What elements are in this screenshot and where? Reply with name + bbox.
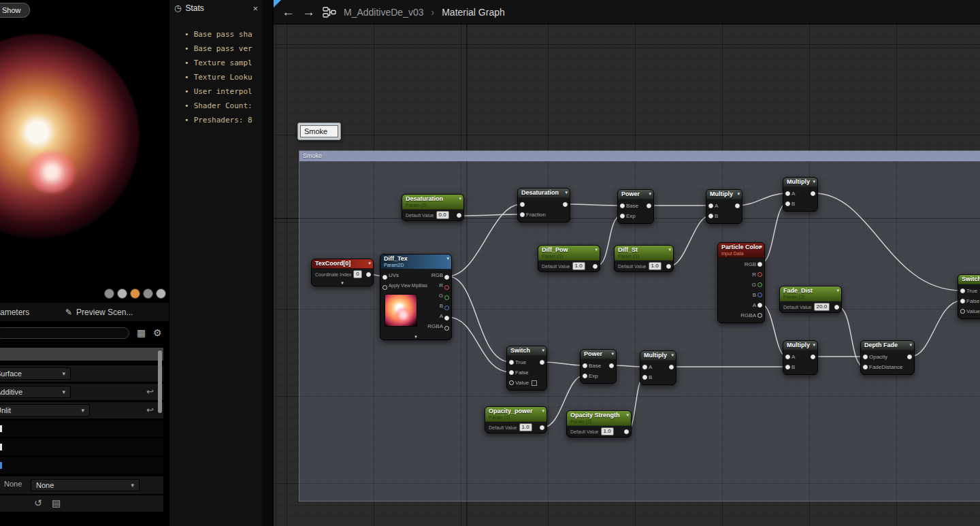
back-button[interactable]: ← <box>282 5 295 18</box>
node-header[interactable]: Multiply ▾ <box>640 351 676 361</box>
chevron-down-icon[interactable]: ▾ <box>671 352 674 358</box>
node-header[interactable]: Particle Color Input Data ▾ <box>718 243 764 258</box>
output-pin-a[interactable] <box>444 316 449 320</box>
node-header[interactable]: Opacity Strength Param (1) ▾ <box>567 411 631 426</box>
input-pin-a[interactable] <box>708 203 713 208</box>
node-header[interactable]: Desaturation Param (0) ▾ <box>402 195 463 210</box>
input-pin-fadedistance[interactable] <box>863 365 868 369</box>
wire[interactable] <box>459 214 521 216</box>
chevron-down-icon[interactable]: ▾ <box>626 412 629 418</box>
output-pin[interactable] <box>563 202 568 207</box>
value-field[interactable]: 1.0 <box>601 427 614 435</box>
input-pin-exp[interactable] <box>583 374 587 378</box>
viewport-icon-5[interactable] <box>156 289 166 299</box>
chevron-down-icon[interactable]: ▾ <box>542 348 544 353</box>
node-multiply-1[interactable]: Multiply ▾ A B <box>706 189 742 224</box>
input-pin-fraction[interactable] <box>520 212 525 217</box>
input-pin-value[interactable] <box>509 380 514 385</box>
wire[interactable] <box>670 216 710 266</box>
node-power-2[interactable]: Power ▾ Base Exp <box>580 349 617 384</box>
checkbox-sliver[interactable] <box>0 462 2 469</box>
asset-dropdown[interactable]: None ▾ <box>31 479 140 491</box>
preview-viewport[interactable]: Show <box>0 0 169 303</box>
reset-to-default-button[interactable]: ↩ <box>146 405 154 415</box>
output-pin-b[interactable] <box>757 293 762 297</box>
output-pin[interactable] <box>811 191 815 196</box>
node-texcoord[interactable]: TexCoord[0] ▾ Coordinate Index 0 ▾ <box>311 259 374 286</box>
input-pin-base[interactable] <box>620 203 625 208</box>
input-pin-false[interactable] <box>960 299 965 303</box>
output-pin-r[interactable] <box>444 285 449 290</box>
node-header[interactable]: Depth Fade ▾ <box>861 341 914 350</box>
output-pin-rgb[interactable] <box>757 262 762 267</box>
tab-parameters[interactable]: ameters <box>0 308 65 317</box>
node-fade-dist[interactable]: Fade_Dist Param (2) ▾ Default Value 20.0 <box>779 286 842 313</box>
value-checkbox[interactable] <box>532 380 537 386</box>
output-pin[interactable] <box>366 272 371 277</box>
chevron-down-icon[interactable]: ▾ <box>611 351 614 357</box>
output-pin[interactable] <box>735 203 740 208</box>
tab-preview-scene[interactable]: ✎ Preview Scen... <box>65 308 133 317</box>
viewport-icon-3[interactable] <box>130 289 140 299</box>
close-icon[interactable]: × <box>252 3 258 14</box>
node-opacity-strength[interactable]: Opacity Strength Param (1) ▾ Default Val… <box>566 410 632 438</box>
grid-view-icon[interactable]: ▦ <box>137 327 146 338</box>
browse-asset-icon[interactable]: ▤ <box>52 497 61 508</box>
node-header[interactable]: Diff_St Param (1) ▾ <box>615 246 673 261</box>
node-particle-color[interactable]: Particle Color Input Data ▾ RGB R G B A … <box>717 242 765 323</box>
output-pin[interactable] <box>834 305 839 310</box>
output-pin-r[interactable] <box>757 272 762 277</box>
output-pin[interactable] <box>907 355 912 359</box>
input-pin-base[interactable] <box>583 363 587 368</box>
chevron-down-icon[interactable]: ▾ <box>446 256 449 261</box>
node-diff-st[interactable]: Diff_St Param (1) ▾ Default Value 1.0 <box>614 245 674 272</box>
node-header[interactable]: Multiply ▾ <box>783 178 817 187</box>
input-pin-uvs[interactable] <box>382 275 387 280</box>
input-pin[interactable] <box>520 202 525 207</box>
checkbox-sliver[interactable] <box>0 444 2 450</box>
input-pin-true[interactable] <box>960 289 965 293</box>
output-pin[interactable] <box>540 425 544 430</box>
viewport-icon-4[interactable] <box>143 289 153 299</box>
input-pin-b[interactable] <box>785 201 790 206</box>
node-multiply-2[interactable]: Multiply ▾ A B <box>783 177 818 212</box>
chevron-down-icon[interactable]: ▾ <box>909 342 912 348</box>
output-pin[interactable] <box>647 203 651 208</box>
wire[interactable] <box>911 301 962 357</box>
output-pin[interactable] <box>666 264 671 269</box>
node-switch-2[interactable]: Switch ▾ True False Value <box>958 274 980 319</box>
node-desaturation-param[interactable]: Desaturation Param (0) ▾ Default Value 0… <box>402 194 464 221</box>
breadcrumb-graph-name[interactable]: Material Graph <box>442 7 505 18</box>
gear-icon[interactable]: ⚙ <box>153 327 162 338</box>
chevron-down-icon[interactable]: ▾ <box>542 408 544 414</box>
reset-to-default-button[interactable]: ↩ <box>146 387 154 397</box>
output-pin-g[interactable] <box>757 282 762 287</box>
node-multiply-4[interactable]: Multiply ▾ A B <box>783 340 818 375</box>
domain-dropdown[interactable]: Surface ▾ <box>0 367 71 380</box>
output-pin[interactable] <box>811 355 815 359</box>
chevron-down-icon[interactable]: ▾ <box>737 191 740 197</box>
node-header[interactable]: Power ▾ <box>618 190 653 199</box>
node-power-1[interactable]: Power ▾ Base Exp <box>617 189 654 224</box>
chevron-down-icon[interactable]: ▾ <box>368 261 371 266</box>
node-depth-fade[interactable]: Depth Fade ▾ Opacity FadeDistance <box>860 340 915 375</box>
search-input[interactable] <box>0 327 129 339</box>
expand-chevron-icon[interactable]: ▾ <box>380 333 451 340</box>
comment-rename-input[interactable]: Smoke <box>300 125 338 137</box>
chevron-down-icon[interactable]: ▾ <box>813 179 815 184</box>
output-pin-a[interactable] <box>757 303 762 308</box>
node-desaturation[interactable]: Desaturation ▾ Fraction <box>517 188 570 223</box>
value-field[interactable]: 20.0 <box>814 303 830 311</box>
output-pin[interactable] <box>669 365 674 369</box>
output-pin[interactable] <box>457 213 461 218</box>
input-pin-a[interactable] <box>785 191 790 196</box>
output-pin[interactable] <box>540 360 544 365</box>
input-pin-a[interactable] <box>785 355 790 359</box>
chevron-down-icon[interactable]: ▾ <box>760 244 762 250</box>
node-header[interactable]: TexCoord[0] ▾ <box>312 259 373 269</box>
node-header[interactable]: Desaturation ▾ <box>518 188 570 198</box>
chevron-down-icon[interactable]: ▾ <box>565 190 568 195</box>
input-pin-true[interactable] <box>509 360 514 365</box>
node-opacity-power[interactable]: Opacity_power Param (1) ▾ Default Value … <box>485 406 547 433</box>
value-field[interactable]: 1.0 <box>649 262 662 270</box>
